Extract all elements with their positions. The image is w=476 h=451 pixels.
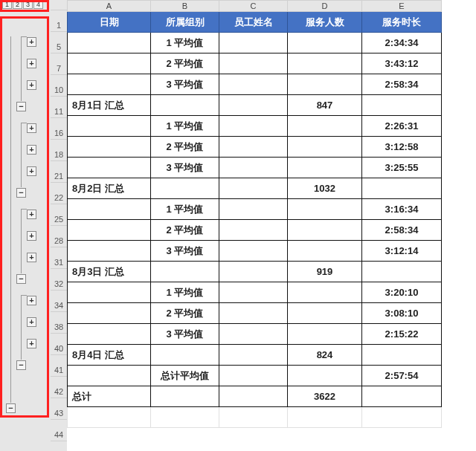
cell[interactable] xyxy=(68,324,151,345)
cell[interactable] xyxy=(151,95,219,116)
outline-collapse-button[interactable]: − xyxy=(16,188,26,198)
cell[interactable]: 2:58:34 xyxy=(362,220,442,241)
col-header-C[interactable]: C xyxy=(219,1,288,12)
cell[interactable]: 8月1日 汇总 xyxy=(68,95,151,116)
cell[interactable] xyxy=(219,220,288,241)
cell[interactable] xyxy=(219,53,288,74)
row-number[interactable]: 32 xyxy=(51,269,67,291)
cell[interactable]: 1 平均值 xyxy=(151,282,219,303)
row-number[interactable]: 42 xyxy=(51,377,67,398)
row-number[interactable]: 16 xyxy=(51,118,67,140)
row-number[interactable]: 44 xyxy=(51,420,67,441)
cell[interactable]: 3 平均值 xyxy=(151,241,219,262)
cell[interactable] xyxy=(151,345,219,366)
cell[interactable] xyxy=(219,178,288,199)
outline-level-1[interactable]: 1 xyxy=(2,0,12,9)
col-header-A[interactable]: A xyxy=(68,1,151,12)
cell[interactable] xyxy=(219,282,288,303)
outline-expand-button[interactable]: + xyxy=(27,231,36,241)
cell[interactable] xyxy=(219,324,288,345)
cell[interactable] xyxy=(288,74,362,95)
outline-expand-button[interactable]: + xyxy=(27,296,36,305)
cell[interactable]: 2:34:34 xyxy=(362,33,442,53)
cell[interactable] xyxy=(219,407,288,428)
cell[interactable]: 2 平均值 xyxy=(151,303,219,324)
cell[interactable]: 3:12:14 xyxy=(362,241,442,262)
row-number[interactable]: 22 xyxy=(51,183,67,204)
cell[interactable] xyxy=(151,407,219,428)
cell[interactable]: 2:15:22 xyxy=(362,324,442,345)
cell[interactable] xyxy=(288,220,362,241)
cell[interactable] xyxy=(219,116,288,137)
cell[interactable]: 1 平均值 xyxy=(151,116,219,137)
cell[interactable] xyxy=(362,345,442,366)
cell[interactable] xyxy=(68,282,151,303)
row-number[interactable]: 41 xyxy=(51,355,67,377)
cell[interactable] xyxy=(219,345,288,366)
cell[interactable] xyxy=(68,137,151,158)
row-number[interactable]: 5 xyxy=(51,32,67,53)
row-number[interactable]: 31 xyxy=(51,247,67,269)
select-all-corner[interactable] xyxy=(51,0,67,10)
cell[interactable]: 2 平均值 xyxy=(151,53,219,74)
outline-level-2[interactable]: 2 xyxy=(13,0,22,9)
cell[interactable] xyxy=(68,74,151,95)
row-number[interactable]: 40 xyxy=(51,334,67,355)
cell[interactable]: 2:57:54 xyxy=(362,366,442,386)
cell[interactable]: 8月3日 汇总 xyxy=(68,262,151,282)
cell[interactable] xyxy=(362,407,442,428)
cell[interactable] xyxy=(219,386,288,407)
cell[interactable] xyxy=(219,33,288,53)
cell[interactable] xyxy=(362,386,442,407)
cell[interactable] xyxy=(288,282,362,303)
cell[interactable] xyxy=(219,262,288,282)
cell[interactable]: 3:12:58 xyxy=(362,137,442,158)
outline-expand-button[interactable]: + xyxy=(27,80,36,90)
row-number[interactable]: 18 xyxy=(51,140,67,161)
cell[interactable]: 总计平均值 xyxy=(151,366,219,386)
cell[interactable] xyxy=(288,137,362,158)
row-number[interactable]: 25 xyxy=(51,204,67,226)
row-number[interactable]: 10 xyxy=(51,75,67,97)
outline-expand-button[interactable]: + xyxy=(27,166,36,176)
cell[interactable] xyxy=(288,33,362,53)
cell[interactable]: 2 平均值 xyxy=(151,137,219,158)
cell[interactable] xyxy=(288,116,362,137)
cell[interactable]: 824 xyxy=(288,345,362,366)
outline-expand-button[interactable]: + xyxy=(27,317,36,327)
cell[interactable] xyxy=(288,303,362,324)
cell[interactable] xyxy=(288,241,362,262)
cell[interactable]: 3 平均值 xyxy=(151,324,219,345)
cell[interactable]: 8月4日 汇总 xyxy=(68,345,151,366)
outline-expand-button[interactable]: + xyxy=(27,253,36,262)
col-header-E[interactable]: E xyxy=(362,1,442,12)
cell[interactable] xyxy=(288,53,362,74)
cell[interactable]: 3 平均值 xyxy=(151,158,219,178)
outline-collapse-button[interactable]: − xyxy=(16,360,26,370)
cell[interactable] xyxy=(68,366,151,386)
cell[interactable]: 3:20:10 xyxy=(362,282,442,303)
cell[interactable]: 2:26:31 xyxy=(362,116,442,137)
cell[interactable]: 919 xyxy=(288,262,362,282)
cell[interactable]: 2:58:34 xyxy=(362,74,442,95)
cell[interactable] xyxy=(219,241,288,262)
cell[interactable] xyxy=(68,303,151,324)
cell[interactable] xyxy=(151,262,219,282)
cell[interactable]: 3:08:10 xyxy=(362,303,442,324)
cell[interactable]: 847 xyxy=(288,95,362,116)
row-number[interactable]: 11 xyxy=(51,97,67,118)
cell[interactable] xyxy=(151,178,219,199)
cell[interactable] xyxy=(288,407,362,428)
cell[interactable] xyxy=(68,158,151,178)
cell[interactable]: 3:25:55 xyxy=(362,158,442,178)
cell[interactable]: 1032 xyxy=(288,178,362,199)
outline-expand-button[interactable]: + xyxy=(27,145,36,155)
cell[interactable]: 2 平均值 xyxy=(151,220,219,241)
cell[interactable] xyxy=(288,158,362,178)
cell[interactable]: 3:16:34 xyxy=(362,199,442,220)
cell[interactable] xyxy=(151,386,219,407)
outline-expand-button[interactable]: + xyxy=(27,339,36,348)
cell[interactable] xyxy=(219,199,288,220)
outline-level-4[interactable]: 4 xyxy=(33,0,43,9)
cell[interactable] xyxy=(362,262,442,282)
